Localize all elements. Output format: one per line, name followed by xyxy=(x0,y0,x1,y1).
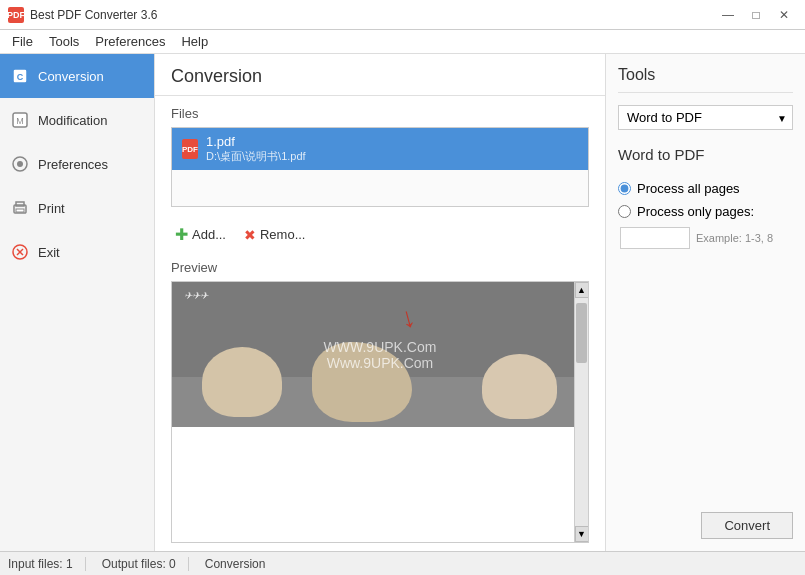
preview-image: ✈✈✈ ↓ WWW.9UPK.Com Www.9UPK.Com xyxy=(172,282,588,427)
svg-rect-7 xyxy=(16,202,24,206)
svg-point-5 xyxy=(17,161,23,167)
menu-file[interactable]: File xyxy=(4,32,41,51)
app-title: Best PDF Converter 3.6 xyxy=(30,8,157,22)
sidebar-label-modification: Modification xyxy=(38,113,107,128)
radio-all-pages[interactable] xyxy=(618,182,631,195)
app-icon: PDF xyxy=(8,7,24,23)
modification-icon: M xyxy=(10,110,30,130)
remove-icon: ✖ xyxy=(244,227,256,243)
radio-all-pages-label[interactable]: Process all pages xyxy=(618,181,793,196)
scroll-thumb[interactable] xyxy=(576,303,587,363)
radio-all-pages-text: Process all pages xyxy=(637,181,740,196)
status-mode: Conversion xyxy=(205,557,278,571)
file-actions: ✚ Add... ✖ Remo... xyxy=(155,217,605,252)
sidebar-item-modification[interactable]: M Modification xyxy=(0,98,154,142)
scroll-track xyxy=(575,298,588,526)
titlebar-left: PDF Best PDF Converter 3.6 xyxy=(8,7,157,23)
sidebar-item-exit[interactable]: Exit xyxy=(0,230,154,274)
close-button[interactable]: ✕ xyxy=(771,5,797,25)
file-item[interactable]: PDF 1.pdf D:\桌面\说明书\1.pdf xyxy=(172,128,588,170)
print-icon xyxy=(10,198,30,218)
file-name: 1.pdf xyxy=(206,134,306,149)
radio-only-pages-text: Process only pages: xyxy=(637,204,754,219)
status-output-files: Output files: 0 xyxy=(102,557,189,571)
menubar: File Tools Preferences Help xyxy=(0,30,805,54)
scroll-down-button[interactable]: ▼ xyxy=(575,526,589,542)
svg-text:M: M xyxy=(16,116,24,126)
preview-section-label: Preview xyxy=(171,260,589,275)
content-area: Conversion Files PDF 1.pdf D:\桌面\说明书\1.p… xyxy=(155,54,605,551)
convert-button[interactable]: Convert xyxy=(701,512,793,539)
pages-input-row: Example: 1-3, 8 xyxy=(620,227,793,249)
maximize-button[interactable]: □ xyxy=(743,5,769,25)
content-header: Conversion xyxy=(155,54,605,96)
statusbar: Input files: 1 Output files: 0 Conversio… xyxy=(0,551,805,575)
files-list: PDF 1.pdf D:\桌面\说明书\1.pdf xyxy=(171,127,589,207)
sidebar-label-conversion: Conversion xyxy=(38,69,104,84)
sidebar-label-print: Print xyxy=(38,201,65,216)
sidebar-item-conversion[interactable]: C Conversion xyxy=(0,54,154,98)
photo-watermark-top: ✈✈✈ xyxy=(184,290,208,301)
tools-title: Tools xyxy=(618,66,793,93)
radio-only-pages-label[interactable]: Process only pages: xyxy=(618,204,793,219)
preview-section: Preview ✈✈✈ ↓ WWW.9UPK.Com Www.9UPK.Com xyxy=(155,252,605,551)
tool-select-wrapper: Word to PDF PDF to Word PDF to Image Ima… xyxy=(618,105,793,130)
preview-container: ✈✈✈ ↓ WWW.9UPK.Com Www.9UPK.Com ▲ xyxy=(171,281,589,543)
status-input-files: Input files: 1 xyxy=(8,557,86,571)
titlebar: PDF Best PDF Converter 3.6 — □ ✕ xyxy=(0,0,805,30)
sidebar-item-preferences[interactable]: Preferences xyxy=(0,142,154,186)
puppy2-shape xyxy=(312,342,412,422)
add-label: Add... xyxy=(192,227,226,242)
pages-example: Example: 1-3, 8 xyxy=(696,232,773,244)
exit-icon xyxy=(10,242,30,262)
radio-group: Process all pages Process only pages: Ex… xyxy=(618,181,793,249)
remove-label: Remo... xyxy=(260,227,306,242)
preview-scrollbar[interactable]: ▲ ▼ xyxy=(574,282,588,542)
scroll-up-button[interactable]: ▲ xyxy=(575,282,589,298)
files-section-label: Files xyxy=(171,106,589,121)
page-title: Conversion xyxy=(171,66,589,87)
pages-input[interactable] xyxy=(620,227,690,249)
sidebar-label-exit: Exit xyxy=(38,245,60,260)
menu-preferences[interactable]: Preferences xyxy=(87,32,173,51)
right-panel: Tools Word to PDF PDF to Word PDF to Ima… xyxy=(605,54,805,551)
puppy1-shape xyxy=(202,347,282,417)
file-path: D:\桌面\说明书\1.pdf xyxy=(206,149,306,164)
minimize-button[interactable]: — xyxy=(715,5,741,25)
conversion-icon: C xyxy=(10,66,30,86)
radio-only-pages[interactable] xyxy=(618,205,631,218)
menu-tools[interactable]: Tools xyxy=(41,32,87,51)
add-icon: ✚ xyxy=(175,225,188,244)
pdf-file-icon: PDF xyxy=(182,139,198,159)
sidebar: C Conversion M Modification Preferences … xyxy=(0,54,155,551)
preferences-icon xyxy=(10,154,30,174)
file-info: 1.pdf D:\桌面\说明书\1.pdf xyxy=(206,134,306,164)
svg-rect-8 xyxy=(16,209,24,212)
sidebar-item-print[interactable]: Print xyxy=(0,186,154,230)
window-controls: — □ ✕ xyxy=(715,5,797,25)
puppy3-shape xyxy=(482,354,557,419)
menu-help[interactable]: Help xyxy=(173,32,216,51)
sidebar-label-preferences: Preferences xyxy=(38,157,108,172)
svg-text:C: C xyxy=(17,72,24,82)
arrow-decoration: ↓ xyxy=(397,301,419,336)
tool-name-label: Word to PDF xyxy=(618,146,793,163)
files-section: Files PDF 1.pdf D:\桌面\说明书\1.pdf xyxy=(155,96,605,217)
main-area: C Conversion M Modification Preferences … xyxy=(0,54,805,551)
remove-file-button[interactable]: ✖ Remo... xyxy=(240,225,310,245)
tool-select[interactable]: Word to PDF PDF to Word PDF to Image Ima… xyxy=(618,105,793,130)
add-file-button[interactable]: ✚ Add... xyxy=(171,223,230,246)
